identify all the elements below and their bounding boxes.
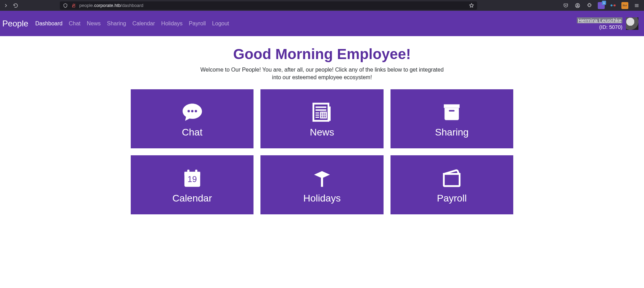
- user-block: Hermina Leuschke (ID: 5070): [577, 17, 638, 30]
- card-payroll[interactable]: Payroll: [391, 155, 513, 214]
- extension-goggles[interactable]: [609, 2, 617, 9]
- card-calendar[interactable]: 19 Calendar: [131, 155, 253, 214]
- svg-rect-30: [195, 170, 197, 174]
- avatar[interactable]: [626, 17, 638, 30]
- bookmark-icon[interactable]: [469, 3, 474, 8]
- extension-burp[interactable]: Bur: [621, 2, 629, 9]
- nav-link-holidays[interactable]: Holidays: [161, 20, 183, 27]
- page-subhead: Welcome to Our People! You are, after al…: [200, 66, 444, 82]
- pocket-icon[interactable]: [562, 2, 570, 9]
- calendar-icon: 19: [181, 166, 204, 191]
- nav-link-news[interactable]: News: [87, 20, 100, 27]
- nav-link-dashboard[interactable]: Dashboard: [35, 20, 62, 27]
- chat-icon: [181, 100, 204, 125]
- url-prefix: people.: [79, 3, 94, 8]
- extensions-icon[interactable]: [586, 2, 593, 9]
- main-content: Good Morning Employee! Welcome to Our Pe…: [0, 36, 644, 214]
- nav-link-chat[interactable]: Chat: [69, 20, 81, 27]
- brand[interactable]: r People: [0, 19, 28, 28]
- svg-point-11: [191, 110, 193, 112]
- svg-rect-29: [187, 170, 189, 174]
- card-payroll-label: Payroll: [437, 193, 467, 204]
- card-grid: Chat News Sharing 19 Calendar: [131, 89, 513, 214]
- card-holidays-label: Holidays: [303, 193, 340, 204]
- svg-point-5: [614, 5, 616, 7]
- calendar-day-number: 19: [187, 174, 197, 184]
- card-sharing-label: Sharing: [435, 127, 469, 138]
- browser-right-icons: Bur: [562, 2, 642, 9]
- svg-point-3: [577, 4, 578, 6]
- sharing-icon: [440, 100, 463, 125]
- svg-point-10: [187, 110, 190, 112]
- card-news[interactable]: News: [260, 89, 383, 148]
- page-title: Good Morning Employee!: [0, 46, 644, 63]
- payroll-icon: [440, 166, 463, 191]
- svg-rect-6: [612, 5, 614, 6]
- url-bar[interactable]: people.corporate.htb/dashboard: [60, 1, 477, 10]
- nav-link-logout[interactable]: Logout: [212, 20, 229, 27]
- nav-link-payroll[interactable]: Payroll: [189, 20, 206, 27]
- browser-chrome: people.corporate.htb/dashboard Bur: [0, 0, 644, 11]
- user-name-link[interactable]: Hermina Leuschke: [577, 17, 622, 23]
- card-chat[interactable]: Chat: [131, 89, 253, 148]
- url-host: corporate.htb: [94, 3, 121, 8]
- news-icon: [311, 100, 333, 125]
- card-sharing[interactable]: Sharing: [391, 89, 513, 148]
- card-holidays[interactable]: Holidays: [260, 155, 383, 214]
- account-icon[interactable]: [574, 2, 581, 9]
- svg-rect-14: [329, 106, 331, 121]
- svg-point-12: [195, 110, 197, 112]
- svg-rect-26: [449, 110, 455, 112]
- nav-link-sharing[interactable]: Sharing: [107, 20, 126, 27]
- nav-links: Dashboard Chat News Sharing Calendar Hol…: [35, 20, 229, 27]
- svg-rect-25: [444, 104, 460, 108]
- card-news-label: News: [310, 127, 334, 138]
- nav-link-calendar[interactable]: Calendar: [132, 20, 155, 27]
- shield-icon: [63, 3, 68, 8]
- app-menu-button[interactable]: [633, 2, 641, 9]
- forward-button[interactable]: [2, 2, 10, 9]
- svg-rect-17: [321, 112, 327, 118]
- app-navbar: r People Dashboard Chat News Sharing Cal…: [0, 11, 644, 36]
- holidays-icon: [311, 166, 333, 191]
- lock-insecure-icon: [71, 3, 77, 8]
- url-path: /dashboard: [121, 3, 143, 8]
- user-id: (ID: 5070): [577, 24, 622, 30]
- reload-button[interactable]: [12, 2, 19, 9]
- url-text: people.corporate.htb/dashboard: [79, 3, 466, 8]
- extension-purple[interactable]: [597, 2, 605, 9]
- card-chat-label: Chat: [182, 127, 202, 138]
- card-calendar-label: Calendar: [172, 193, 212, 204]
- svg-point-4: [611, 5, 613, 7]
